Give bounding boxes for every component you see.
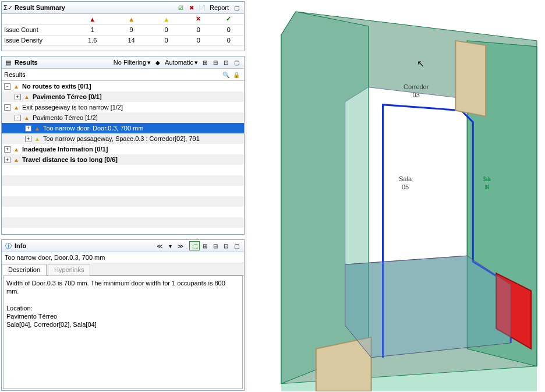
model-svg: [246, 0, 545, 391]
result-summary-panel: Σ✓ Result Summary ☑ ✖ 📄 Report ▢ ▲ ▲ ▲ ✕…: [1, 1, 245, 51]
results-title: Results: [15, 59, 112, 66]
tree-label: Inadequate Information [0/1]: [22, 146, 108, 153]
tree-label: Too narrow door, Door.0.3, 700 mm: [43, 125, 143, 132]
severity-orange-icon: ▲: [12, 156, 20, 164]
restore-panel-icon[interactable]: ▢: [231, 3, 242, 12]
info-tabs: Description Hyperlinks: [2, 263, 244, 276]
tree-label: Exit passegeway is too narrow [1/2]: [22, 104, 123, 111]
svg-marker-8: [345, 256, 511, 358]
results-panel: ▤ Results No Filtering ▾ ◆ Automatic ▾ ⊞…: [1, 56, 245, 235]
tree-label: Too narrow passageway, Space.0.3 : Corre…: [43, 135, 200, 142]
results-tree[interactable]: -▲No routes to exits [0/1]+▲Pavimento Té…: [2, 81, 244, 234]
info-description-body: Width of Door.0.3 is 700 mm. The minimum…: [3, 276, 243, 389]
tab-description[interactable]: Description: [2, 264, 47, 276]
collapse-icon[interactable]: ⊟: [210, 241, 221, 250]
severity-orange-icon: ▲: [12, 82, 20, 90]
accept-all-icon[interactable]: ☑: [176, 3, 186, 12]
report-icon[interactable]: 📄: [197, 3, 207, 12]
report-label[interactable]: Report: [210, 4, 229, 11]
severity-yellow-icon: ▲: [163, 16, 169, 23]
label-corredor: Corredor 03: [404, 83, 429, 100]
tree-row[interactable]: -▲Exit passegeway is too narrow [1/2]: [2, 102, 244, 112]
summary-row-count: Issue Count 1 9 0 0 0: [2, 24, 244, 35]
expand-all-icon[interactable]: ⊞: [200, 58, 210, 67]
desc-loc2: Sala[04], Corredor[02], Sala[04]: [6, 320, 239, 329]
tab-hyperlinks[interactable]: Hyperlinks: [48, 264, 90, 276]
tree-row[interactable]: +▲Travel distance is too long [0/6]: [2, 154, 244, 165]
lock-icon[interactable]: 🔒: [231, 70, 242, 79]
severity-orange-icon: ▲: [23, 114, 31, 122]
desc-loc1: Pavimento Térreo: [6, 312, 239, 320]
tree-row[interactable]: +▲Too narrow passageway, Space.0.3 : Cor…: [2, 133, 244, 144]
results-subheader: Results: [4, 71, 221, 78]
results-icon: ▤: [4, 58, 12, 66]
results-subheader-row: Results 🔍 🔒: [2, 69, 244, 81]
tree-collapse-icon[interactable]: -: [15, 115, 21, 121]
nav-next-icon[interactable]: ≫: [175, 241, 186, 250]
severity-check-icon: ✓: [226, 15, 231, 22]
collapse-all-icon[interactable]: ⊡: [221, 58, 231, 67]
tree-collapse-icon[interactable]: -: [4, 83, 10, 90]
severity-x-icon: ✕: [196, 15, 201, 22]
tree-label: No routes to exits [0/1]: [22, 83, 91, 90]
nav-prev-icon[interactable]: ▾: [165, 241, 175, 250]
info-issue-line: Too narrow door, Door.0.3, 700 mm: [2, 252, 244, 263]
info-panel: ⓘ Info ≪ ▾ ≫ ⬚ ⊞ ⊟ ⊡ ▢ Too narrow door, …: [1, 239, 245, 391]
tree-expand-icon[interactable]: +: [4, 146, 10, 153]
tree-expand-icon[interactable]: +: [25, 125, 31, 132]
filter-dropdown[interactable]: No Filtering ▾: [112, 58, 153, 67]
tree-collapse-icon[interactable]: -: [4, 104, 10, 111]
tree-label: Pavimento Térreo [0/1]: [33, 93, 102, 100]
viewport-3d[interactable]: Corredor 03 Sala 05 Sala 04 ↖: [246, 0, 545, 392]
sigma-icon: Σ✓: [4, 3, 12, 12]
collapse-level-icon[interactable]: ⊟: [210, 58, 221, 67]
restore-panel-icon[interactable]: ▢: [231, 58, 242, 67]
label-sala04: Sala 04: [483, 175, 490, 192]
summary-row-density: Issue Density 1.6 14 0 0 0: [2, 35, 244, 45]
zoom-to-icon[interactable]: ⬚: [189, 241, 200, 250]
desc-loc-label: Location:: [6, 304, 239, 312]
info-icon: ⓘ: [4, 242, 12, 250]
cursor-icon: ↖: [417, 58, 424, 69]
tree-row[interactable]: +▲Pavimento Térreo [0/1]: [2, 91, 244, 102]
label-sala05: Sala 05: [399, 175, 412, 192]
svg-marker-5: [455, 41, 486, 116]
tree-row[interactable]: +▲Too narrow door, Door.0.3, 700 mm: [2, 123, 244, 133]
tree-expand-icon[interactable]: +: [4, 157, 10, 163]
severity-orange-icon: ▲: [12, 103, 20, 111]
summary-table: ▲ ▲ ▲ ✕ ✓ Issue Count 1 9 0 0 0 Issue De…: [2, 14, 244, 46]
layers-icon[interactable]: ◆: [153, 58, 163, 67]
tree-label: Travel distance is too long [0/6]: [22, 156, 118, 163]
severity-orange-icon: ▲: [23, 93, 31, 101]
tree-row[interactable]: -▲No routes to exits [0/1]: [2, 81, 244, 91]
mode-dropdown[interactable]: Automatic ▾: [163, 58, 200, 67]
restore-panel-icon[interactable]: ▢: [231, 241, 242, 250]
reject-all-icon[interactable]: ✖: [186, 3, 197, 12]
info-title: Info: [15, 242, 154, 249]
nav-first-icon[interactable]: ≪: [154, 241, 165, 250]
tree-row[interactable]: -▲Pavimento Térreo [1/2]: [2, 112, 244, 123]
tree-expand-icon[interactable]: +: [25, 136, 31, 142]
severity-orange-icon: ▲: [12, 145, 20, 153]
desc-text: Width of Door.0.3 is 700 mm. The minimum…: [6, 279, 239, 296]
severity-orange-icon: ▲: [33, 124, 41, 132]
severity-red-icon: ▲: [89, 16, 95, 23]
tree-expand-icon[interactable]: +: [15, 94, 21, 100]
collapse2-icon[interactable]: ⊡: [221, 241, 231, 250]
summary-title: Result Summary: [15, 4, 176, 11]
search-icon[interactable]: 🔍: [221, 70, 231, 79]
tree-label: Pavimento Térreo [1/2]: [33, 114, 98, 121]
expand-icon[interactable]: ⊞: [200, 241, 210, 250]
severity-orange-icon: ▲: [128, 16, 135, 23]
severity-yellow-icon: ▲: [33, 135, 41, 143]
tree-row[interactable]: +▲Inadequate Information [0/1]: [2, 144, 244, 154]
